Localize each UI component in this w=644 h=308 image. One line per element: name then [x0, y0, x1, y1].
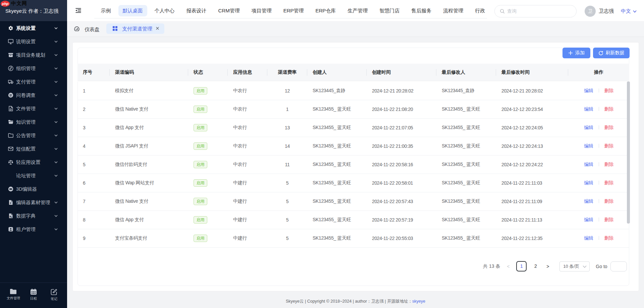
svg-text:P: P	[10, 202, 12, 204]
svg-text:x: x	[11, 216, 12, 218]
